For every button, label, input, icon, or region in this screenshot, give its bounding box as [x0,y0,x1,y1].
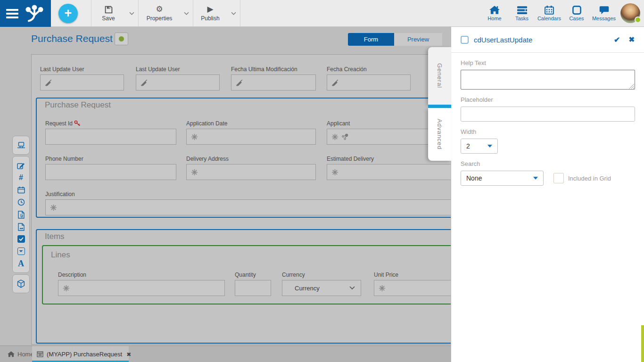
app-window: + Save ⚙ Properties ▶ P [0,0,644,362]
number-icon[interactable]: # [15,172,27,184]
field-label: Delivery Address [186,155,316,162]
cases-icon [572,6,581,15]
publish-label: Publish [201,15,219,22]
currency-select-value: Currency [295,285,320,292]
included-in-grid-group: Included in Grid [553,173,611,183]
field-application-date: Application Date [186,120,316,145]
properties-label: Properties [147,15,173,22]
tab-advanced[interactable]: Advanced [428,108,451,161]
tab-form[interactable]: Form [348,33,394,46]
toolbox-section-entity [12,274,30,293]
properties-panel-title: cdUserLastUpdate [474,36,614,44]
width-label: Width [461,128,635,135]
user-status-dot [635,16,641,23]
right-edge-accent [641,325,644,362]
field-label: Description [58,271,225,278]
field-input[interactable] [45,129,176,145]
field-input[interactable] [231,74,316,90]
add-button[interactable]: + [58,4,78,23]
dropdown-icon[interactable] [15,245,27,257]
field-input[interactable] [235,280,271,296]
view-toggle: Form Preview [348,33,442,46]
date-icon[interactable] [15,184,27,196]
time-icon[interactable] [15,196,27,208]
toolbox-section-device [12,136,30,155]
publish-button[interactable]: ▶ Publish [193,0,227,27]
required-asterisk-icon [63,285,70,292]
close-panel-icon[interactable]: ✖ [628,35,635,44]
required-asterisk-icon [191,133,198,140]
field-input[interactable] [40,74,124,90]
field-input[interactable] [45,164,176,180]
field-label: Application Date [186,120,316,127]
field-label: Fecha Creación [327,66,411,73]
required-asterisk-icon [50,204,57,211]
user-avatar[interactable] [620,3,640,23]
search-select-value: None [466,174,482,182]
active-tab-indicator [428,105,451,108]
menu-hamburger-icon[interactable] [6,9,18,18]
checkbox-icon[interactable] [15,233,27,245]
publish-dropdown-button[interactable] [227,0,240,27]
field-input[interactable] [186,164,316,180]
tab-general[interactable]: General [428,47,451,105]
field-input[interactable] [58,280,225,296]
image-icon[interactable] [15,221,27,233]
tab-preview[interactable]: Preview [394,33,442,46]
placeholder-input[interactable] [461,107,635,122]
messages-icon [599,6,609,15]
device-icon[interactable] [15,139,27,151]
width-select[interactable]: 2 [461,139,498,154]
field-label: Request Id [45,120,73,127]
no-edit-icon [140,79,148,86]
entity-icon[interactable] [15,278,27,290]
properties-panel-body: Help Text Placeholder Width 2 Search Non… [451,53,644,192]
field-input[interactable] [327,74,411,90]
field-phone-number: Phone Number [45,155,176,180]
nav-tasks[interactable]: Tasks [508,6,536,21]
help-text-textarea[interactable] [461,70,635,90]
properties-dropdown-button[interactable] [180,0,193,27]
nav-cases-label: Cases [569,16,584,21]
field-label: Currency [282,271,361,278]
properties-panel: cdUserLastUpdate ✔ ✖ Help Text Placehold… [451,27,644,362]
file-icon[interactable] [15,208,27,221]
field-input[interactable] [136,74,220,90]
included-in-grid-checkbox[interactable] [553,173,564,183]
text-edit-icon[interactable] [15,159,27,172]
properties-panel-header: cdUserLastUpdate ✔ ✖ [451,27,644,53]
nav-calendars[interactable]: Calendars [536,6,563,21]
field-input[interactable] [327,164,458,180]
nav-home[interactable]: Home [481,6,508,21]
required-asterisk-icon [331,133,339,140]
bottom-tab-active-label: (MYAPP) PurchaseRequest [47,351,122,358]
save-dropdown-button[interactable] [125,0,138,27]
search-select[interactable]: None [461,171,544,186]
field-input[interactable] [186,129,316,145]
toolbar-separator [240,0,240,27]
currency-select[interactable]: Currency [282,280,361,296]
nav-cases[interactable]: Cases [563,6,590,21]
close-tab-icon[interactable]: ✖ [126,351,131,358]
save-floppy-icon [105,5,113,14]
field-quantity: Quantity [235,271,271,296]
nav-calendars-label: Calendars [537,16,561,21]
required-asterisk-icon [191,169,198,176]
label-icon[interactable]: A [15,257,27,270]
panel-side-tabs: General Advanced [428,47,451,161]
home-icon [489,6,500,15]
field-label-row: Request Id [45,120,176,127]
field-request-id: Request Id [45,120,176,145]
save-button[interactable]: Save [91,0,125,27]
tab-general-label: General [436,63,443,88]
nav-messages-label: Messages [592,16,616,21]
controls-toolbox: # A [12,136,30,293]
app-logo-icon[interactable] [24,4,45,23]
form-status-button[interactable] [115,33,128,45]
bottom-tab-active[interactable]: (MYAPP) PurchaseRequest ✖ [32,346,129,362]
field-currency: Currency Currency [282,271,361,296]
properties-button[interactable]: ⚙ Properties [139,0,180,27]
nav-messages[interactable]: Messages [590,6,618,21]
apply-check-icon[interactable]: ✔ [614,35,620,44]
field-last-update-user-1: Last Update User [40,66,124,90]
